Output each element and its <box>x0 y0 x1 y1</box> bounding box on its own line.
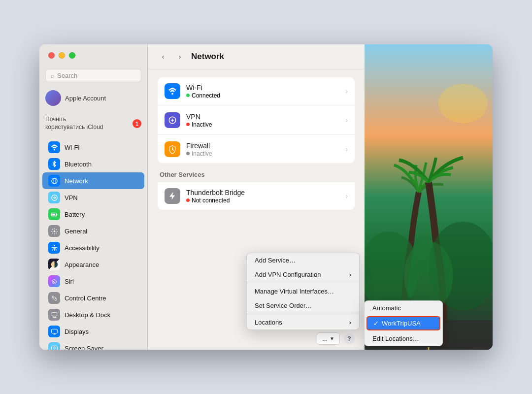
locations-submenu: Automatic ✓ WorkTripUSA Edit Locations… <box>364 300 443 346</box>
control-centre-icon <box>48 292 60 304</box>
vpn-network-status: Inactive <box>186 121 345 128</box>
menu-divider-1 <box>247 283 359 283</box>
sidebar-item-screen-saver[interactable]: Screen Saver <box>42 340 144 350</box>
add-vpn-chevron-icon: › <box>349 271 351 278</box>
set-service-order-menu-item[interactable]: Set Service Order… <box>247 298 359 313</box>
dropdown-wrapper: Add Service… Add VPN Configuration › Man… <box>246 253 360 330</box>
worktripusa-location-item[interactable]: ✓ WorkTripUSA <box>366 316 440 330</box>
vpn-network-name: VPN <box>186 113 345 121</box>
dropdown-menu: Add Service… Add VPN Configuration › Man… <box>246 253 360 330</box>
page-title: Network <box>191 52 224 62</box>
vpn-network-item[interactable]: VPN Inactive › <box>158 106 355 134</box>
sidebar-item-label-screen-saver: Screen Saver <box>65 345 103 350</box>
svg-rect-15 <box>51 329 57 333</box>
wifi-chevron-icon: › <box>345 87 348 95</box>
thunderbolt-chevron-icon: › <box>345 192 348 200</box>
svg-rect-13 <box>52 312 57 316</box>
vpn-network-icon <box>165 112 180 128</box>
sidebar-item-appearance[interactable]: 🌗 Appearance <box>42 256 144 273</box>
firewall-network-icon <box>165 141 180 157</box>
sidebar-item-control-centre[interactable]: Control Centre <box>42 290 144 306</box>
locations-menu-item[interactable]: Locations › Automatic ✓ WorkTripUSA Edit… <box>247 315 359 329</box>
checkmark-icon: ✓ <box>373 320 379 327</box>
battery-icon <box>48 208 60 220</box>
sidebar-item-label-battery: Battery <box>65 211 85 218</box>
svg-point-10 <box>55 298 57 300</box>
general-icon <box>48 225 60 237</box>
desktop-dock-icon <box>48 309 60 321</box>
sidebar-item-accessibility[interactable]: Accessibility <box>42 239 144 256</box>
sidebar-item-label-displays: Displays <box>65 328 89 335</box>
svg-point-35 <box>404 241 453 310</box>
apple-account-item[interactable]: Apple Account <box>39 87 147 109</box>
firewall-network-item[interactable]: Firewall Inactive › <box>158 135 355 163</box>
search-input[interactable] <box>57 72 136 79</box>
search-icon: ⌕ <box>51 72 54 79</box>
icloud-promo[interactable]: Почнітькористуватись iCloud 1 <box>39 113 147 134</box>
locations-chevron-icon: › <box>349 319 351 326</box>
back-button[interactable]: ‹ <box>158 51 168 62</box>
search-box[interactable]: ⌕ <box>45 69 141 82</box>
close-button[interactable] <box>48 52 55 59</box>
other-services-group: Thunderbolt Bridge Not connected › <box>158 182 355 210</box>
sidebar-item-label-appearance: Appearance <box>65 261 99 268</box>
manage-virtual-menu-item[interactable]: Manage Virtual Interfaces… <box>247 284 359 298</box>
screen-saver-icon <box>48 342 60 350</box>
appearance-icon: 🌗 <box>48 259 60 270</box>
sidebar-item-label-accessibility: Accessibility <box>65 244 100 252</box>
thunderbolt-network-icon <box>165 188 180 204</box>
sidebar-item-label-network: Network <box>65 177 88 185</box>
sidebar-item-vpn[interactable]: VPN <box>42 189 144 206</box>
sidebar-item-label-vpn: VPN <box>65 194 78 201</box>
thunderbolt-network-name: Thunderbolt Bridge <box>186 189 345 197</box>
sidebar-item-general[interactable]: General <box>42 223 144 239</box>
sidebar-item-battery[interactable]: Battery <box>42 206 144 223</box>
sidebar-item-desktop-dock[interactable]: Desktop & Dock <box>42 306 144 323</box>
avatar <box>45 90 61 106</box>
help-button[interactable]: ? <box>344 333 355 344</box>
sidebar-item-wifi[interactable]: Wi-Fi <box>42 139 144 156</box>
forward-button[interactable]: › <box>174 51 185 62</box>
svg-point-7 <box>53 230 55 232</box>
other-services-header: Other Services <box>160 171 355 178</box>
svg-point-27 <box>171 93 173 95</box>
add-vpn-menu-item[interactable]: Add VPN Configuration › <box>247 267 359 282</box>
icloud-badge: 1 <box>133 119 141 128</box>
sidebar-item-label-bluetooth: Bluetooth <box>65 161 92 168</box>
main-services-group: Wi-Fi Connected › <box>158 77 355 163</box>
thunderbolt-status-dot <box>186 198 190 202</box>
wifi-network-status: Connected <box>186 92 345 99</box>
sidebar-item-siri[interactable]: ◎ Siri <box>42 273 144 290</box>
svg-point-9 <box>52 296 54 298</box>
thunderbolt-network-item[interactable]: Thunderbolt Bridge Not connected › <box>158 182 355 210</box>
svg-point-30 <box>438 84 488 123</box>
vpn-network-info: VPN Inactive <box>186 113 345 128</box>
add-service-menu-item[interactable]: Add Service… <box>247 253 359 267</box>
wifi-network-item[interactable]: Wi-Fi Connected › <box>158 77 355 105</box>
top-bar: ‹ › Network <box>148 44 365 69</box>
displays-icon <box>48 326 60 337</box>
vpn-status-dot <box>186 123 190 126</box>
vpn-chevron-icon: › <box>345 116 348 124</box>
wifi-icon <box>48 141 60 153</box>
automatic-location-item[interactable]: Automatic <box>365 301 442 315</box>
edit-locations-item[interactable]: Edit Locations… <box>365 331 442 346</box>
sidebar-item-displays[interactable]: Displays <box>42 323 144 340</box>
sidebar-item-network[interactable]: Network <box>42 172 144 189</box>
minimize-button[interactable] <box>59 52 65 59</box>
sidebar-item-label-wifi: Wi-Fi <box>65 144 79 151</box>
sidebar-item-label-general: General <box>65 228 87 235</box>
svg-rect-14 <box>52 316 56 317</box>
bottom-bar: ... ▼ ? <box>148 328 365 350</box>
firewall-chevron-icon: › <box>345 145 348 153</box>
wifi-network-icon <box>165 83 180 99</box>
traffic-lights <box>48 52 75 59</box>
maximize-button[interactable] <box>69 52 75 59</box>
icloud-promo-text: Почнітькористуватись iCloud <box>45 116 103 131</box>
svg-point-0 <box>53 149 55 150</box>
sidebar-item-bluetooth[interactable]: Bluetooth <box>42 156 144 172</box>
firewall-network-info: Firewall Inactive <box>186 142 345 157</box>
siri-icon: ◎ <box>48 275 60 287</box>
more-button[interactable]: ... ▼ <box>317 332 340 345</box>
wifi-network-name: Wi-Fi <box>186 84 345 92</box>
